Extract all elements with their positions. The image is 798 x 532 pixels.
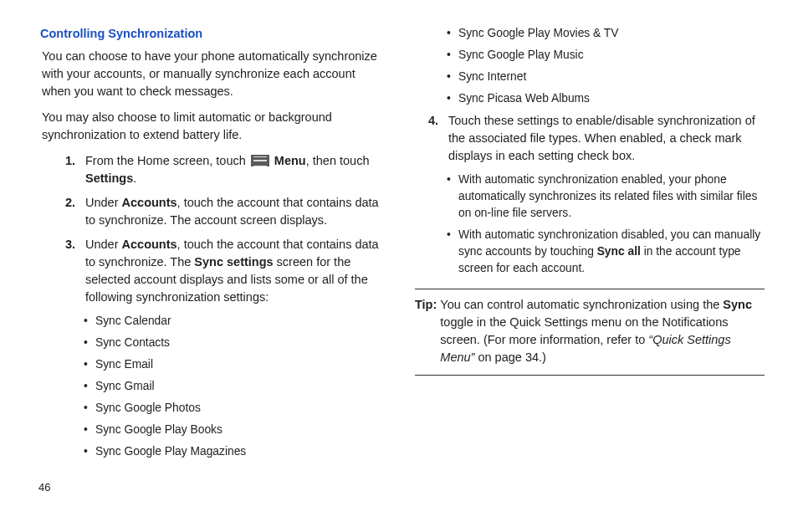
bullet-icon: • (84, 335, 95, 351)
step-number: 3. (54, 236, 75, 306)
bullet-text: Sync Google Play Magazines (95, 443, 383, 460)
bullet-icon: • (447, 69, 458, 85)
list-item: •Sync Google Photos (84, 400, 383, 417)
bullet-icon: • (84, 422, 95, 438)
bullet-text: Sync Google Play Movies & TV (458, 25, 765, 42)
list-item: •Sync Contacts (84, 335, 383, 351)
bullet-icon: • (447, 227, 458, 277)
right-column: •Sync Google Play Movies & TV •Sync Goog… (415, 25, 765, 465)
bullet-icon: • (447, 25, 458, 42)
bullet-icon: • (84, 400, 95, 417)
list-item: •Sync Calendar (84, 313, 383, 330)
step-number: 4. (417, 112, 438, 165)
tip-text: You can control automatic synchronizatio… (440, 298, 723, 311)
sync-all-label: Sync all (597, 245, 641, 258)
bullet-text: Sync Internet (458, 69, 765, 85)
list-item: •Sync Google Play Movies & TV (447, 25, 765, 42)
step-3: 3. Under Accounts, touch the account tha… (54, 236, 383, 306)
left-column: Controlling Synchronization You can choo… (33, 25, 383, 465)
bullet-icon: • (84, 356, 95, 373)
menu-label: Menu (274, 154, 306, 167)
list-item: •Sync Email (84, 356, 383, 373)
accounts-label: Accounts (122, 238, 177, 251)
step-body: From the Home screen, touch Menu, then t… (85, 152, 383, 187)
tip-text: on page 34.) (474, 350, 545, 364)
menu-icon (251, 155, 269, 166)
list-item: •Sync Internet (447, 69, 765, 85)
bullet-text: Sync Picasa Web Albums (458, 90, 765, 107)
bullet-text: With automatic synchronization disabled,… (458, 227, 765, 277)
page-columns: Controlling Synchronization You can choo… (33, 25, 765, 465)
step-text: Under (85, 196, 122, 209)
list-item: •Sync Google Play Music (447, 47, 765, 64)
sync-settings-label: Sync settings (194, 255, 273, 269)
tip-label: Tip: (415, 296, 437, 366)
list-item: •Sync Google Play Books (84, 422, 383, 438)
bullet-text: With automatic synchronization enabled, … (458, 171, 765, 222)
bullet-text: Sync Google Play Music (458, 47, 765, 64)
tip-body: You can control automatic synchronizatio… (440, 296, 765, 366)
list-item: • With automatic synchronization disable… (447, 227, 765, 277)
step-body: Under Accounts, touch the account that c… (85, 194, 383, 229)
bullet-text: Sync Calendar (95, 313, 383, 330)
bullet-text: Sync Email (95, 356, 383, 373)
step-4: 4. Touch these settings to enable/disabl… (417, 112, 765, 165)
step-2: 2. Under Accounts, touch the account tha… (54, 194, 383, 229)
section-heading: Controlling Synchronization (40, 25, 383, 43)
bullet-icon: • (84, 443, 95, 460)
step-body: Touch these settings to enable/disable s… (448, 112, 765, 165)
bullet-text: Sync Contacts (95, 335, 383, 351)
page-number: 46 (38, 480, 765, 496)
sync-label: Sync (723, 298, 752, 311)
accounts-label: Accounts (122, 196, 177, 209)
step-text: , then touch (306, 154, 370, 167)
bullet-text: Sync Google Photos (95, 400, 383, 417)
bullet-icon: • (84, 313, 95, 330)
list-item: • With automatic synchronization enabled… (447, 171, 765, 222)
step-text: . (133, 171, 136, 185)
list-item: •Sync Picasa Web Albums (447, 90, 765, 107)
intro-paragraph-1: You can choose to have your phone automa… (42, 48, 383, 100)
bullet-icon: • (447, 90, 458, 107)
step-body: Under Accounts, touch the account that c… (85, 236, 383, 306)
step-text: Under (85, 238, 122, 251)
step-text: From the Home screen, touch (85, 154, 249, 167)
bullet-icon: • (447, 47, 458, 64)
bullet-icon: • (84, 378, 95, 395)
step-number: 2. (54, 194, 75, 229)
intro-paragraph-2: You may also choose to limit automatic o… (42, 109, 383, 144)
step-1: 1. From the Home screen, touch Menu, the… (54, 152, 383, 187)
bullet-text: Sync Gmail (95, 378, 383, 395)
tip-block: Tip: You can control automatic synchroni… (415, 289, 765, 376)
list-item: •Sync Google Play Magazines (84, 443, 383, 460)
list-item: •Sync Gmail (84, 378, 383, 395)
bullet-text: Sync Google Play Books (95, 422, 383, 438)
settings-label: Settings (85, 171, 133, 185)
step-number: 1. (54, 152, 75, 187)
bullet-icon: • (447, 171, 458, 222)
